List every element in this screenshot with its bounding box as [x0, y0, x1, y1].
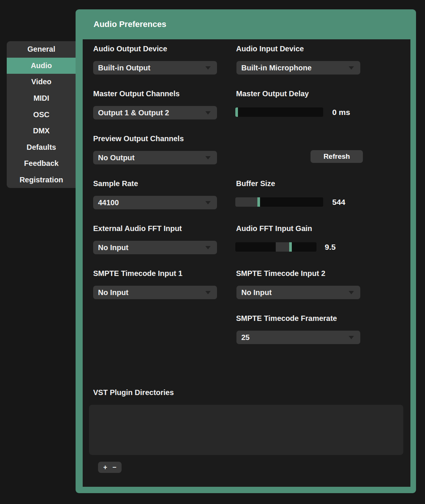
chevron-down-icon [205, 291, 211, 294]
sidebar-item-registration[interactable]: Registration [7, 172, 76, 188]
smpte-timecode-input-1-dropdown[interactable]: No Input [93, 286, 217, 299]
sidebar-item-feedback[interactable]: Feedback [7, 155, 76, 172]
remove-directory-button[interactable]: − [112, 464, 116, 471]
buffer-size-slider[interactable] [235, 197, 323, 207]
external-audio-fft-input-dropdown[interactable]: No Input [93, 241, 217, 254]
preview-output-channels-dropdown[interactable]: No Output [93, 151, 217, 164]
chevron-down-icon [349, 66, 354, 70]
smpte-timecode-framerate-label: SMPTE Timecode Framerate [236, 314, 337, 323]
audio-fft-input-gain-label: Audio FFT Input Gain [236, 224, 312, 233]
add-directory-button[interactable]: + [103, 464, 107, 471]
chevron-down-icon [205, 156, 211, 160]
master-output-channels-label: Master Output Channels [93, 89, 180, 98]
audio-fft-input-gain-slider[interactable] [235, 242, 317, 252]
buffer-size-value: 544 [332, 198, 345, 207]
sidebar-item-video[interactable]: Video [7, 74, 76, 90]
chevron-down-icon [205, 201, 211, 204]
audio-fft-input-gain-value: 9.5 [325, 243, 336, 252]
buffer-size-label: Buffer Size [236, 179, 275, 188]
smpte-timecode-input-1-value: No Input [98, 288, 128, 297]
preview-output-channels-label: Preview Output Channels [93, 134, 184, 143]
master-output-channels-dropdown[interactable]: Output 1 & Output 2 [93, 106, 217, 119]
chevron-down-icon [205, 246, 211, 249]
master-output-delay-value: 0 ms [332, 108, 350, 117]
audio-output-device-label: Audio Output Device [93, 45, 167, 53]
vst-plugin-directories-label: VST Plugin Directories [93, 388, 174, 397]
slider-handle[interactable] [257, 197, 260, 207]
panel-content: Audio Output Device Built-in Output Audi… [83, 39, 410, 487]
sidebar-item-general[interactable]: General [7, 41, 76, 58]
master-output-delay-slider[interactable] [235, 107, 323, 117]
panel-header: Audio Preferences [76, 9, 416, 39]
audio-preferences-panel: Audio Preferences Audio Output Device Bu… [76, 9, 416, 493]
sample-rate-label: Sample Rate [93, 179, 138, 188]
audio-input-device-dropdown[interactable]: Built-in Microphone [236, 61, 360, 75]
external-audio-fft-input-value: No Input [98, 243, 128, 252]
slider-fill [235, 197, 257, 207]
sidebar-item-defaults[interactable]: Defaults [7, 139, 76, 155]
smpte-timecode-input-1-label: SMPTE Timecode Input 1 [93, 269, 183, 278]
chevron-down-icon [205, 111, 211, 115]
sidebar-item-osc[interactable]: OSC [7, 106, 76, 123]
slider-fill [276, 242, 289, 252]
master-output-delay-label: Master Output Delay [236, 89, 309, 98]
chevron-down-icon [349, 291, 354, 294]
smpte-timecode-input-2-label: SMPTE Timecode Input 2 [236, 269, 325, 278]
slider-handle[interactable] [235, 107, 238, 117]
sidebar-item-midi[interactable]: MIDI [7, 90, 76, 107]
vst-plugin-directories-list[interactable] [89, 405, 403, 455]
smpte-timecode-framerate-value: 25 [241, 333, 250, 342]
preferences-sidebar: General Audio Video MIDI OSC DMX Default… [7, 41, 76, 188]
chevron-down-icon [205, 66, 211, 70]
smpte-timecode-input-2-dropdown[interactable]: No Input [236, 286, 360, 299]
smpte-timecode-input-2-value: No Input [241, 288, 272, 297]
master-output-channels-value: Output 1 & Output 2 [98, 109, 169, 117]
audio-preferences-window: General Audio Video MIDI OSC DMX Default… [0, 0, 425, 504]
refresh-button[interactable]: Refresh [311, 150, 363, 163]
vst-directory-actions: + − [98, 462, 122, 473]
external-audio-fft-input-label: External Audio FFT Input [93, 224, 182, 233]
chevron-down-icon [349, 336, 354, 339]
audio-input-device-label: Audio Input Device [236, 45, 304, 53]
preview-output-channels-value: No Output [98, 154, 135, 162]
audio-input-device-value: Built-in Microphone [241, 64, 312, 72]
sidebar-item-audio[interactable]: Audio [7, 58, 76, 74]
page-title: Audio Preferences [94, 19, 166, 29]
sample-rate-dropdown[interactable]: 44100 [93, 196, 217, 209]
smpte-timecode-framerate-dropdown[interactable]: 25 [236, 331, 360, 344]
slider-handle[interactable] [289, 242, 292, 252]
audio-output-device-value: Built-in Output [98, 64, 150, 72]
sidebar-item-dmx[interactable]: DMX [7, 123, 76, 139]
audio-output-device-dropdown[interactable]: Built-in Output [93, 61, 217, 75]
sample-rate-value: 44100 [98, 198, 119, 207]
